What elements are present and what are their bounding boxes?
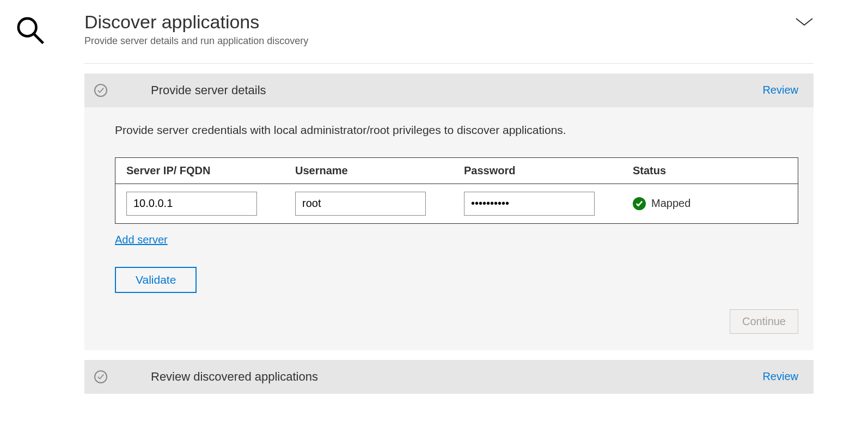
search-icon[interactable]: [15, 38, 46, 47]
add-server-link[interactable]: Add server: [115, 234, 168, 246]
page-subtitle: Provide server details and run applicati…: [84, 35, 308, 47]
review-link[interactable]: Review: [762, 370, 798, 383]
continue-button[interactable]: Continue: [730, 309, 798, 334]
password-input[interactable]: [464, 192, 595, 216]
column-header-password: Password: [464, 164, 633, 177]
svg-line-1: [34, 34, 43, 43]
status-text: Mapped: [651, 197, 690, 210]
server-table: Server IP/ FQDN Username Password Status: [115, 157, 798, 224]
section-provide-server-details: Provide server details Review Provide se…: [84, 74, 814, 350]
section-title: Review discovered applications: [151, 370, 762, 384]
page-header: Discover applications Provide server det…: [84, 11, 814, 64]
section-review-discovered-apps: Review discovered applications Review: [84, 360, 814, 394]
server-ip-input[interactable]: [126, 192, 257, 216]
step-check-icon: [94, 84, 107, 97]
page-title: Discover applications: [84, 11, 308, 33]
review-link[interactable]: Review: [762, 84, 798, 96]
username-input[interactable]: [295, 192, 426, 216]
column-header-username: Username: [295, 164, 464, 177]
column-header-status: Status: [633, 164, 787, 177]
section-title: Provide server details: [151, 83, 762, 97]
table-row: Mapped: [115, 184, 798, 223]
section-instruction: Provide server credentials with local ad…: [115, 124, 798, 137]
column-header-ip: Server IP/ FQDN: [126, 164, 295, 177]
svg-point-0: [19, 19, 36, 36]
chevron-down-icon[interactable]: [795, 16, 814, 29]
validate-button[interactable]: Validate: [115, 267, 197, 293]
step-check-icon: [94, 370, 107, 383]
status-success-icon: [633, 197, 646, 210]
